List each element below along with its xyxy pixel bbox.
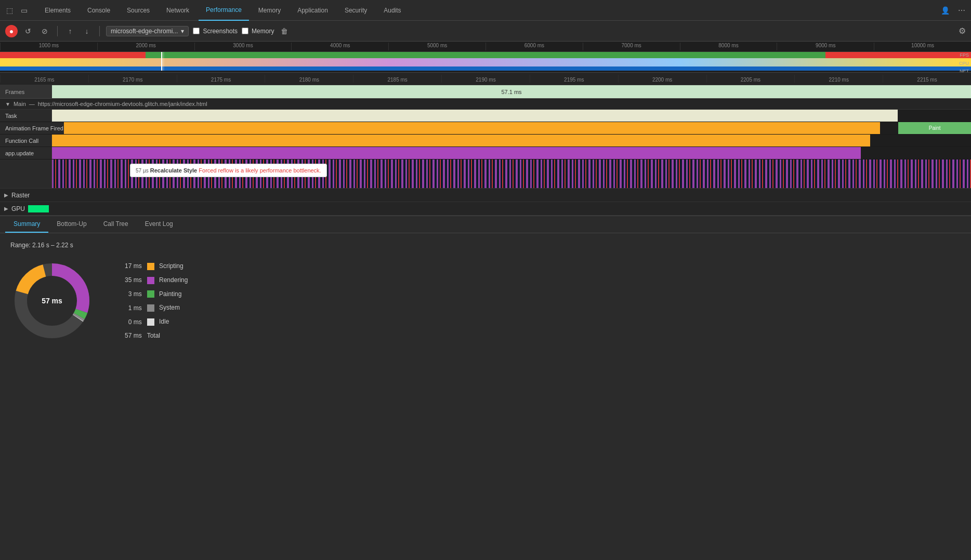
- tab-summary[interactable]: Summary: [5, 216, 48, 233]
- bottom-panel: Summary Bottom-Up Call Tree Event Log Ra…: [0, 216, 971, 351]
- dtick-5: 2190 ms: [441, 75, 530, 83]
- tick-5: 6000 ms: [486, 43, 583, 50]
- call-row-task: Task: [0, 110, 971, 122]
- tab-bottom-up[interactable]: Bottom-Up: [48, 216, 95, 233]
- animation-label: Animation Frame Fired: [0, 122, 64, 134]
- system-label: System: [159, 304, 180, 311]
- rendering-swatch-cell: Rendering: [147, 273, 193, 287]
- screenshots-input[interactable]: [193, 28, 200, 34]
- animation-bar-container: Paint: [64, 122, 971, 134]
- upload-button[interactable]: ↑: [64, 25, 76, 37]
- more-icon[interactable]: ⋯: [956, 5, 967, 16]
- memory-label: Memory: [252, 28, 274, 35]
- stop-button[interactable]: ⊘: [38, 25, 51, 37]
- tick-3: 4000 ms: [291, 43, 388, 50]
- gpu-label: GPU: [11, 205, 25, 212]
- cursor-icon[interactable]: ⬚: [4, 5, 15, 16]
- cpu-bar: CPU: [0, 58, 971, 66]
- profile-label: microsoft-edge-chromi...: [111, 28, 178, 35]
- scripting-ms: 17 ms: [125, 259, 147, 273]
- tab-network[interactable]: Network: [159, 0, 196, 21]
- dtick-10: 2215 ms: [883, 75, 971, 83]
- divider-2: [99, 26, 100, 36]
- raster-row[interactable]: ▶ Raster: [0, 189, 971, 202]
- frames-value: 57.1 ms: [52, 89, 971, 95]
- settings-icon[interactable]: ⚙: [959, 26, 966, 36]
- memory-input[interactable]: [242, 28, 248, 34]
- memory-checkbox[interactable]: Memory: [242, 28, 274, 35]
- call-row-function: Function Call: [0, 135, 971, 147]
- activity-label: [0, 159, 52, 188]
- refresh-button[interactable]: ↺: [22, 25, 34, 37]
- total-label: Total: [147, 332, 160, 339]
- tab-security[interactable]: Security: [337, 0, 374, 21]
- toolbar: ● ↺ ⊘ ↑ ↓ microsoft-edge-chromi... ▾ Scr…: [0, 21, 971, 42]
- painting-swatch-cell: Painting: [147, 287, 193, 301]
- overview-ruler: 1000 ms 2000 ms 3000 ms 4000 ms 5000 ms …: [0, 42, 971, 52]
- trash-button[interactable]: 🗑: [278, 25, 291, 37]
- gpu-triangle: ▶: [4, 206, 8, 211]
- total-swatch-cell: Total: [147, 329, 193, 342]
- time-selection[interactable]: [161, 52, 164, 71]
- collapse-triangle: ▼: [5, 101, 10, 107]
- dtick-1: 2170 ms: [88, 75, 177, 83]
- screenshots-label: Screenshots: [203, 28, 238, 35]
- total-ms: 57 ms: [125, 329, 147, 342]
- tick-8: 9000 ms: [777, 43, 874, 50]
- summary-layout: 57 ms 17 ms Scripting 35 ms: [10, 259, 961, 342]
- function-bar-container: [52, 135, 971, 146]
- bottom-tabs: Summary Bottom-Up Call Tree Event Log: [0, 216, 971, 233]
- function-label: Function Call: [0, 135, 52, 146]
- update-bar: [52, 147, 861, 159]
- anim-bar: [64, 122, 881, 134]
- tab-event-log[interactable]: Event Log: [137, 216, 181, 233]
- task-label: Task: [0, 110, 52, 122]
- fps-bar: FPS: [0, 52, 971, 58]
- gpu-activity-block: [28, 205, 49, 212]
- system-swatch-cell: System: [147, 301, 193, 315]
- tab-audits[interactable]: Audits: [376, 0, 408, 21]
- top-nav: ⬚ ▭ Elements Console Sources Network Per…: [0, 0, 971, 21]
- nav-right: 👤 ⋯: [940, 5, 967, 16]
- dtick-6: 2195 ms: [530, 75, 618, 83]
- rendering-label: Rendering: [159, 276, 188, 284]
- tab-elements[interactable]: Elements: [37, 0, 78, 21]
- legend-painting: 3 ms Painting: [125, 287, 193, 301]
- system-ms: 1 ms: [125, 301, 147, 315]
- cpu-label: CPU: [959, 59, 969, 68]
- tab-performance[interactable]: Performance: [199, 0, 249, 21]
- record-button[interactable]: ●: [5, 25, 18, 37]
- tab-sources[interactable]: Sources: [120, 0, 157, 21]
- tab-memory[interactable]: Memory: [251, 0, 288, 21]
- screenshots-checkbox[interactable]: Screenshots: [193, 28, 238, 35]
- user-icon[interactable]: 👤: [940, 5, 950, 16]
- frames-label: Frames: [0, 85, 52, 98]
- system-swatch: [147, 304, 154, 312]
- timeline-overview[interactable]: 1000 ms 2000 ms 3000 ms 4000 ms 5000 ms …: [0, 42, 971, 73]
- inspect-icon[interactable]: ▭: [19, 5, 29, 16]
- divider-1: [57, 26, 58, 36]
- main-thread-dash: —: [29, 101, 35, 107]
- detail-area: 2165 ms 2170 ms 2175 ms 2180 ms 2185 ms …: [0, 73, 971, 216]
- dtick-9: 2210 ms: [794, 75, 883, 83]
- activity-bars: 57 µs Recalculate Style Forced reflow is…: [52, 159, 971, 188]
- chevron-down-icon: ▾: [181, 28, 184, 35]
- dtick-8: 2205 ms: [706, 75, 795, 83]
- idle-swatch-cell: Idle: [147, 315, 193, 329]
- dtick-0: 2165 ms: [0, 75, 88, 83]
- legend-system: 1 ms System: [125, 301, 193, 315]
- update-label: app.update: [0, 147, 52, 159]
- tab-call-tree[interactable]: Call Tree: [95, 216, 137, 233]
- gpu-row[interactable]: ▶ GPU: [0, 202, 971, 216]
- profile-selector[interactable]: microsoft-edge-chromi... ▾: [106, 26, 189, 36]
- idle-swatch: [147, 318, 154, 326]
- func-bar: [52, 135, 870, 146]
- fps-label: FPS: [960, 52, 969, 58]
- tab-application[interactable]: Application: [290, 0, 335, 21]
- main-thread-header[interactable]: ▼ Main — https://microsoft-edge-chromium…: [0, 99, 971, 110]
- legend-table: 17 ms Scripting 35 ms Rendering: [125, 259, 193, 342]
- tab-console[interactable]: Console: [80, 0, 117, 21]
- download-button[interactable]: ↓: [81, 25, 93, 37]
- legend-total: 57 ms Total: [125, 329, 193, 342]
- range-text: Range: 2.16 s – 2.22 s: [10, 242, 961, 249]
